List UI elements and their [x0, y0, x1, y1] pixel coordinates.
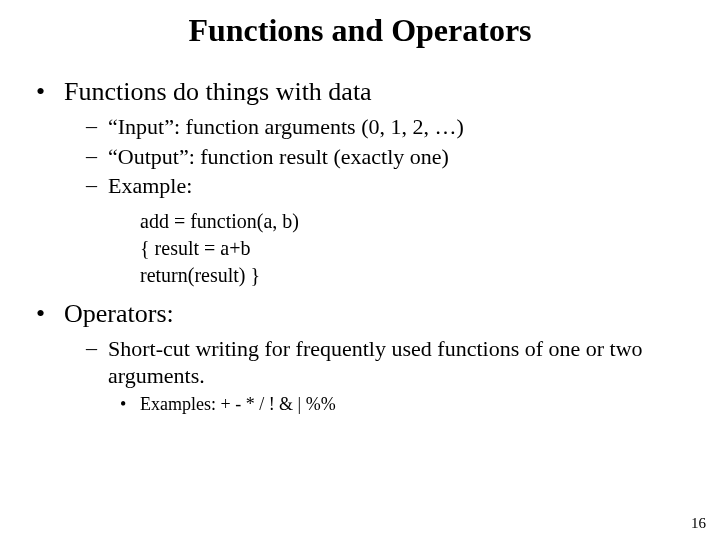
bullet-functions-text: Functions do things with data [64, 77, 690, 107]
subbullet-example-text: Example: [108, 172, 690, 200]
subbullet-output-text: “Output”: function result (exactly one) [108, 143, 690, 171]
bullet-dot-icon: • [36, 77, 64, 107]
subbullet-input: – “Input”: function arguments (0, 1, 2, … [86, 113, 690, 141]
code-line-1: add = function(a, b) [140, 208, 690, 235]
subbullet-output: – “Output”: function result (exactly one… [86, 143, 690, 171]
subbullet-shortcut-text: Short-cut writing for frequently used fu… [108, 335, 690, 390]
code-block: add = function(a, b) { result = a+b retu… [140, 208, 690, 289]
dash-icon: – [86, 335, 108, 390]
bullet-operators-text: Operators: [64, 299, 690, 329]
dash-icon: – [86, 172, 108, 200]
dash-icon: – [86, 113, 108, 141]
bullet-dot-icon: • [120, 394, 140, 415]
subbullet-input-text: “Input”: function arguments (0, 1, 2, …) [108, 113, 690, 141]
slide-title: Functions and Operators [30, 12, 690, 49]
bullet-functions: • Functions do things with data [36, 77, 690, 107]
dash-icon: – [86, 143, 108, 171]
subsubbullet-examples-text: Examples: + - * / ! & | %% [140, 394, 336, 415]
subbullet-shortcut: – Short-cut writing for frequently used … [86, 335, 690, 390]
subsubbullet-examples: • Examples: + - * / ! & | %% [120, 394, 690, 415]
page-number: 16 [691, 515, 706, 532]
bullet-operators: • Operators: [36, 299, 690, 329]
code-line-3: return(result) } [140, 262, 690, 289]
code-line-2: { result = a+b [140, 235, 690, 262]
subbullet-example: – Example: [86, 172, 690, 200]
bullet-dot-icon: • [36, 299, 64, 329]
